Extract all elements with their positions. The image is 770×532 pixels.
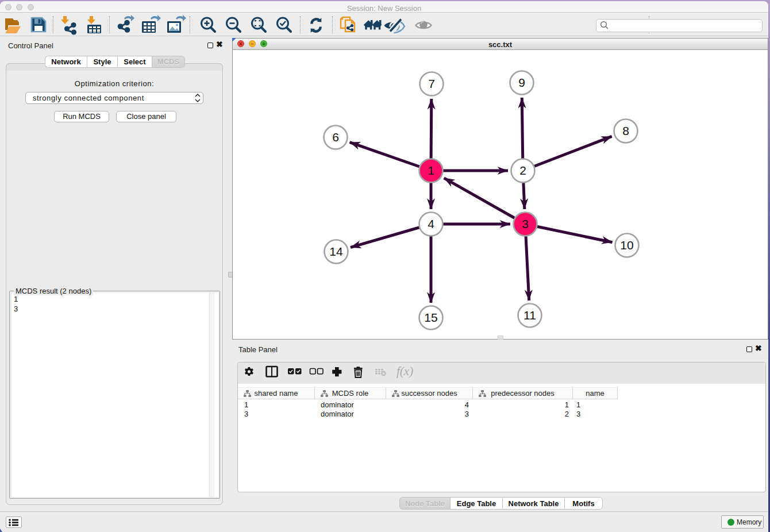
svg-text:1: 1 (428, 164, 434, 177)
svg-text:3: 3 (522, 217, 529, 230)
svg-text:14: 14 (329, 245, 343, 258)
svg-text:11: 11 (523, 309, 536, 322)
svg-text:10: 10 (620, 238, 633, 252)
svg-text:4: 4 (428, 217, 434, 230)
svg-text:7: 7 (428, 77, 435, 90)
svg-text:9: 9 (518, 76, 525, 89)
svg-text:8: 8 (622, 124, 629, 137)
svg-text:2: 2 (519, 164, 526, 177)
svg-text:6: 6 (332, 130, 339, 144)
svg-text:f(x): f(x) (396, 364, 413, 378)
svg-text:15: 15 (424, 311, 437, 324)
